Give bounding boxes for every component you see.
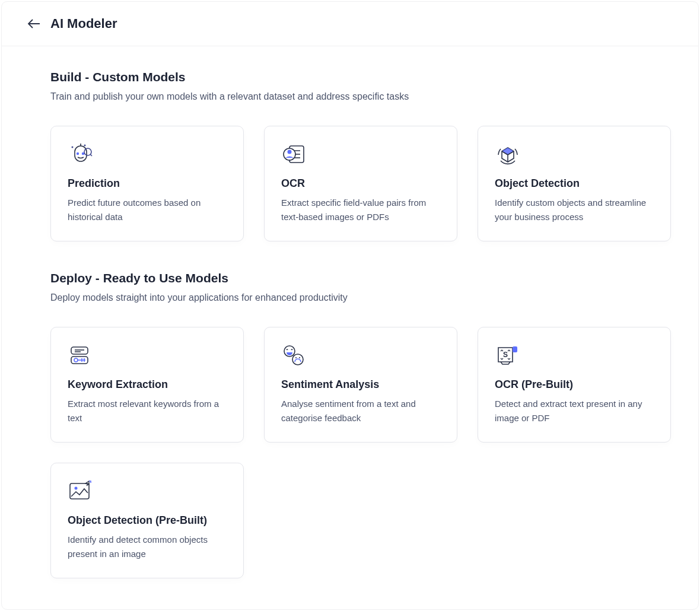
deploy-section: Deploy - Ready to Use Models Deploy mode… [50, 271, 650, 578]
ocr-icon [281, 143, 440, 167]
deploy-section-title: Deploy - Ready to Use Models [50, 271, 650, 285]
sentiment-analysis-card-title: Sentiment Analysis [281, 378, 440, 391]
object-detection-prebuilt-card-title: Object Detection (Pre-Built) [68, 514, 227, 527]
page-title: AI Modeler [50, 16, 117, 31]
object-detection-card-desc: Identify custom objects and streamline y… [495, 196, 654, 224]
svg-point-3 [77, 152, 79, 155]
keyword-extraction-card[interactable]: Keyword Extraction Extract most relevant… [50, 327, 244, 443]
ocr-prebuilt-card-desc: Detect and extract text present in any i… [495, 397, 654, 425]
keyword-extraction-icon [68, 344, 227, 368]
object-detection-prebuilt-icon [68, 480, 227, 504]
ocr-card[interactable]: OCR Extract specific field-value pairs f… [264, 126, 457, 241]
back-button[interactable] [27, 17, 41, 31]
prediction-card-title: Prediction [68, 177, 227, 190]
prediction-icon [68, 143, 227, 167]
object-detection-card-title: Object Detection [495, 177, 654, 190]
keyword-extraction-card-title: Keyword Extraction [68, 378, 227, 391]
deploy-card-grid: Keyword Extraction Extract most relevant… [50, 327, 650, 578]
arrow-left-icon [27, 18, 40, 29]
prediction-card-desc: Predict future outcomes based on histori… [68, 196, 227, 224]
object-detection-prebuilt-card[interactable]: Object Detection (Pre-Built) Identify an… [50, 463, 244, 578]
svg-text:S: S [503, 351, 508, 359]
svg-point-22 [292, 354, 303, 365]
sentiment-analysis-card-desc: Analyse sentiment from a text and catego… [281, 397, 440, 425]
ocr-prebuilt-icon: S [495, 344, 654, 368]
prediction-card[interactable]: Prediction Predict future outcomes based… [50, 126, 244, 241]
svg-line-6 [90, 154, 92, 156]
build-section-subtitle: Train and publish your own models with a… [50, 91, 650, 102]
page-header: AI Modeler [2, 2, 698, 46]
deploy-section-subtitle: Deploy models straight into your applica… [50, 292, 650, 303]
build-section: Build - Custom Models Train and publish … [50, 70, 650, 241]
ocr-prebuilt-card-title: OCR (Pre-Built) [495, 378, 654, 391]
keyword-extraction-card-desc: Extract most relevant keywords from a te… [68, 397, 227, 425]
svg-point-28 [75, 487, 78, 490]
build-card-grid: Prediction Predict future outcomes based… [50, 126, 650, 241]
svg-point-17 [74, 358, 78, 362]
ocr-card-title: OCR [281, 177, 440, 190]
svg-point-1 [84, 145, 86, 147]
ocr-prebuilt-card[interactable]: S OCR (Pre-Built) Detect and extract tex… [478, 327, 671, 443]
object-detection-card[interactable]: Object Detection Identify custom objects… [478, 126, 671, 241]
object-detection-prebuilt-card-desc: Identify and detect common objects prese… [68, 533, 227, 561]
svg-rect-13 [71, 347, 88, 354]
sentiment-analysis-card[interactable]: Sentiment Analysis Analyse sentiment fro… [264, 327, 457, 443]
svg-point-0 [72, 147, 74, 148]
build-section-title: Build - Custom Models [50, 70, 650, 84]
ocr-card-desc: Extract specific field-value pairs from … [281, 196, 440, 224]
svg-point-12 [288, 150, 292, 154]
object-detection-icon [495, 143, 654, 167]
svg-rect-25 [513, 346, 517, 352]
sentiment-analysis-icon [281, 344, 440, 368]
